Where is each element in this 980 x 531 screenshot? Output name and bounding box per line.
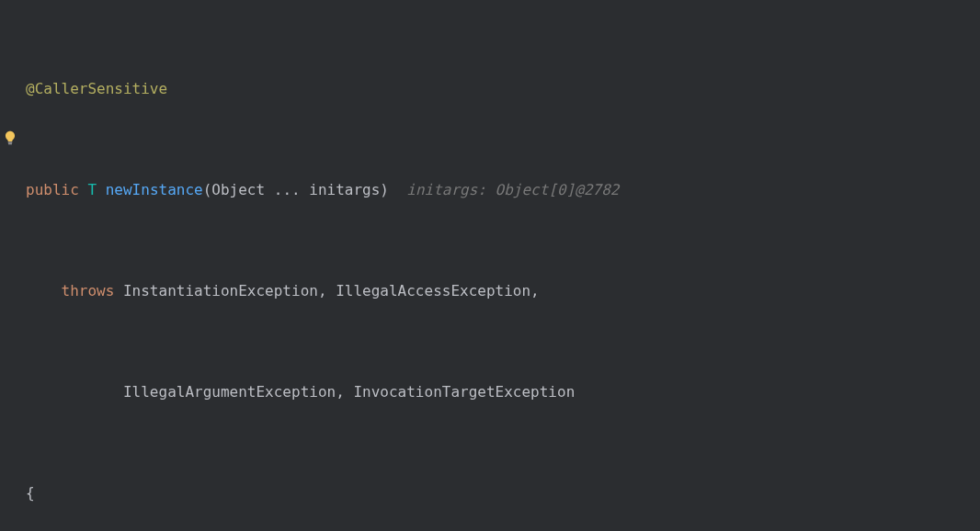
keyword-token: throws	[62, 282, 115, 299]
keyword-token: public	[26, 181, 79, 198]
gutter	[0, 0, 20, 531]
code-line[interactable]: throws InstantiationException, IllegalAc…	[20, 278, 980, 304]
signature-token: (Object ... initargs)	[203, 181, 389, 198]
inlay-hint: initargs: Object[0]@2782	[406, 181, 619, 198]
type-token: IllegalArgumentException	[123, 383, 336, 401]
svg-rect-1	[8, 143, 12, 144]
type-token: InstantiationException	[123, 282, 318, 299]
lightbulb-icon[interactable]	[2, 129, 18, 145]
code-line[interactable]: @CallerSensitive	[20, 76, 980, 102]
type-token: IllegalAccessException	[336, 282, 530, 299]
code-line[interactable]: public T newInstance(Object ... initargs…	[20, 177, 980, 203]
code-line[interactable]: {	[20, 480, 980, 506]
code-editor[interactable]: @CallerSensitive public T newInstance(Ob…	[0, 0, 980, 531]
brace-token: {	[26, 484, 35, 502]
annotation-token: @CallerSensitive	[26, 80, 167, 97]
method-name-token: newInstance	[106, 181, 203, 198]
type-token: InvocationTargetException	[353, 383, 575, 401]
svg-rect-0	[8, 142, 13, 143]
type-param-token: T	[87, 181, 97, 198]
code-line[interactable]: IllegalArgumentException, InvocationTarg…	[20, 379, 980, 405]
code-area[interactable]: @CallerSensitive public T newInstance(Ob…	[20, 0, 980, 531]
